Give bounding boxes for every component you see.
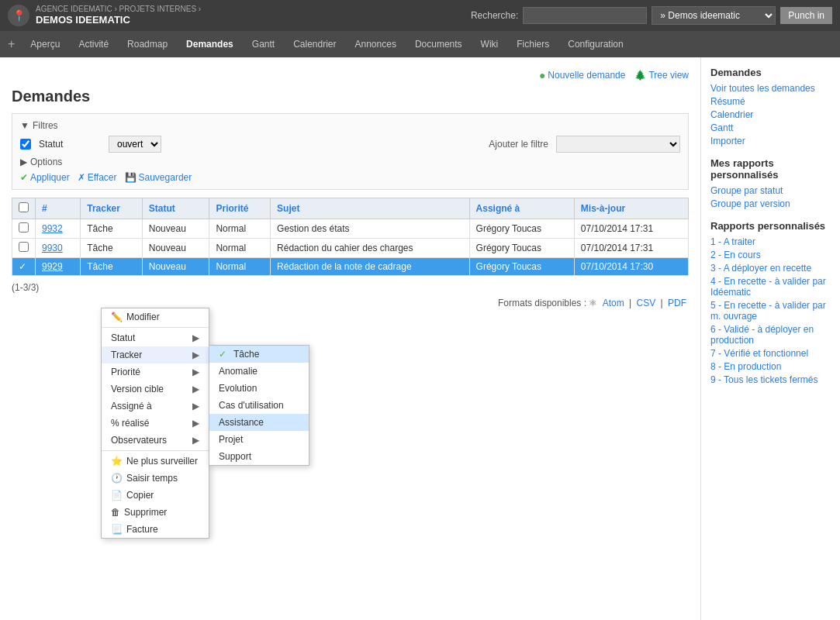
nav-demandes[interactable]: Demandes xyxy=(178,34,241,54)
sidebar-section1-title: Demandes xyxy=(710,67,831,78)
context-facture[interactable]: 📃 Facture xyxy=(102,521,209,538)
atom-link[interactable]: Atom xyxy=(603,298,624,308)
context-pct-realise[interactable]: % réalisé ▶ xyxy=(102,415,209,432)
col-sujet[interactable]: Sujet xyxy=(271,198,469,219)
issue-link[interactable]: 9932 xyxy=(42,223,63,234)
nav-activite[interactable]: Activité xyxy=(71,34,116,54)
submenu-anomalie[interactable]: Anomalie xyxy=(209,363,309,380)
col-tracker[interactable]: Tracker xyxy=(81,198,143,219)
statut-select[interactable]: ouvert xyxy=(109,136,161,153)
options-toggle[interactable]: ▶ Options xyxy=(20,157,680,167)
sidebar-rapport-8[interactable]: 8 - En production xyxy=(710,361,831,372)
nav-gantt[interactable]: Gantt xyxy=(244,34,282,54)
nav-annonces[interactable]: Annonces xyxy=(347,34,404,54)
sidebar-rapport-4[interactable]: 4 - En recette - à valider par Idéematic xyxy=(710,276,831,298)
sidebar-calendrier[interactable]: Calendrier xyxy=(710,109,831,120)
apply-link[interactable]: ✔ Appliquer xyxy=(20,172,70,183)
context-modifier[interactable]: ✏️ Modifier xyxy=(102,308,209,326)
context-divider-1 xyxy=(102,327,209,328)
nav-roadmap[interactable]: Roadmap xyxy=(119,34,175,54)
nav-calendrier[interactable]: Calendrier xyxy=(285,34,344,54)
issue-link[interactable]: 9930 xyxy=(42,243,63,253)
col-statut[interactable]: Statut xyxy=(142,198,209,219)
row-checkbox[interactable] xyxy=(19,242,29,252)
csv-link[interactable]: CSV xyxy=(637,298,656,308)
new-demand-link[interactable]: ● Nouvelle demande xyxy=(539,69,626,81)
col-maj[interactable]: Mis-à-jour xyxy=(574,198,688,219)
arrow-icon: ▶ xyxy=(192,418,199,429)
row-maj: 07/10/2014 17:30 xyxy=(574,258,688,276)
nav-wiki[interactable]: Wiki xyxy=(473,34,506,54)
punch-in-button[interactable]: Punch in xyxy=(780,7,832,24)
pencil-icon: ✏️ xyxy=(111,312,123,322)
secondary-nav: + Aperçu Activité Roadmap Demandes Gantt… xyxy=(0,31,840,57)
sidebar-rapport-9[interactable]: 9 - Tous les tickets fermés xyxy=(710,374,831,385)
select-all-checkbox[interactable] xyxy=(19,202,29,212)
context-priorite[interactable]: Priorité ▶ xyxy=(102,363,209,381)
context-statut[interactable]: Statut ▶ xyxy=(102,329,209,346)
table-row[interactable]: 9932 Tâche Nouveau Normal Gestion des ét… xyxy=(12,219,689,239)
submenu-evolution[interactable]: Evolution xyxy=(209,380,309,397)
sidebar-importer[interactable]: Importer xyxy=(710,136,831,146)
submenu-support[interactable]: Support xyxy=(209,448,309,465)
sidebar-groupe-version[interactable]: Groupe par version xyxy=(710,198,831,209)
logo-text: AGENCE IDEEMATIC › PROJETS INTERNES › DE… xyxy=(36,4,201,27)
context-copier[interactable]: 📄 Copier xyxy=(102,487,209,504)
row-check xyxy=(12,219,36,239)
nav-documents[interactable]: Documents xyxy=(407,34,470,54)
row-statut: Nouveau xyxy=(142,219,209,239)
add-filter-select[interactable] xyxy=(556,136,680,153)
context-saisir-temps[interactable]: 🕐 Saisir temps xyxy=(102,470,209,487)
col-priorite[interactable]: Priorité xyxy=(209,198,271,219)
context-supprimer[interactable]: 🗑 Supprimer xyxy=(102,504,209,521)
actions-bar: ● Nouvelle demande 🌲 Tree view xyxy=(12,69,689,81)
table-row[interactable]: 9930 Tâche Nouveau Normal Rédaction du c… xyxy=(12,239,689,258)
sidebar-section-demandes: Demandes Voir toutes les demandes Résumé… xyxy=(710,67,831,146)
submenu-projet[interactable]: Projet xyxy=(209,431,309,448)
nav-apercu[interactable]: Aperçu xyxy=(22,34,67,54)
save-link[interactable]: 💾 Sauvegarder xyxy=(125,172,192,183)
clear-link[interactable]: ✗ Effacer xyxy=(78,172,117,183)
trash-icon: 🗑 xyxy=(111,507,120,518)
row-sujet: Gestion des états xyxy=(271,219,469,239)
context-version-cible[interactable]: Version cible ▶ xyxy=(102,381,209,398)
pdf-link[interactable]: PDF xyxy=(668,298,686,308)
save-icon: 💾 xyxy=(125,172,137,183)
formats-label: Formats disponibles : xyxy=(498,298,586,308)
sidebar-rapport-7[interactable]: 7 - Vérifié et fonctionnel xyxy=(710,348,831,359)
tree-view-link[interactable]: 🌲 Tree view xyxy=(634,70,689,81)
issue-link[interactable]: 9929 xyxy=(42,261,63,272)
sidebar-gantt[interactable]: Gantt xyxy=(710,122,831,133)
submenu-tache[interactable]: Tâche xyxy=(209,346,309,363)
submenu-cas-utilisation[interactable]: Cas d'utilisation xyxy=(209,397,309,414)
table-row[interactable]: ✓ 9929 Tâche Nouveau Normal Rédaction de… xyxy=(12,258,689,276)
sidebar-groupe-statut[interactable]: Groupe par statut xyxy=(710,185,831,196)
nav-configuration[interactable]: Configuration xyxy=(560,34,631,54)
col-assigne[interactable]: Assigné à xyxy=(469,198,574,219)
row-priorite: Normal xyxy=(209,239,271,258)
sidebar-rapport-2[interactable]: 2 - En cours xyxy=(710,250,831,260)
sidebar-resume[interactable]: Résumé xyxy=(710,96,831,107)
context-tracker[interactable]: Tracker ▶ Tâche Anomalie Evolution xyxy=(102,346,209,363)
search-input[interactable] xyxy=(523,7,647,24)
nav-fichiers[interactable]: Fichiers xyxy=(509,34,557,54)
project-select[interactable]: » Demos ideematic xyxy=(652,6,776,25)
sidebar-voir-toutes[interactable]: Voir toutes les demandes xyxy=(710,83,831,94)
context-ne-plus-surveiller[interactable]: ⭐ Ne plus surveiller xyxy=(102,453,209,470)
pagination: (1-3/3) xyxy=(12,282,689,293)
sidebar-rapport-5[interactable]: 5 - En recette - à valider par m. ouvrag… xyxy=(710,300,831,322)
row-checkbox[interactable] xyxy=(19,222,29,232)
sidebar-rapport-1[interactable]: 1 - A traiter xyxy=(710,236,831,247)
row-check: ✓ xyxy=(12,258,36,276)
filters-toggle[interactable]: ▼ Filtres xyxy=(20,120,680,131)
submenu-assistance[interactable]: Assistance xyxy=(209,414,309,431)
col-id[interactable]: # xyxy=(36,198,81,219)
sidebar-rapport-3[interactable]: 3 - A déployer en recette xyxy=(710,263,831,274)
doc-icon: 📃 xyxy=(111,524,123,535)
sidebar-rapport-6[interactable]: 6 - Validé - à déployer en production xyxy=(710,324,831,346)
row-maj: 07/10/2014 17:31 xyxy=(574,219,688,239)
add-button[interactable]: + xyxy=(8,37,15,51)
context-assigne[interactable]: Assigné à ▶ xyxy=(102,398,209,415)
statut-checkbox[interactable] xyxy=(20,139,31,150)
context-observateurs[interactable]: Observateurs ▶ xyxy=(102,432,209,449)
